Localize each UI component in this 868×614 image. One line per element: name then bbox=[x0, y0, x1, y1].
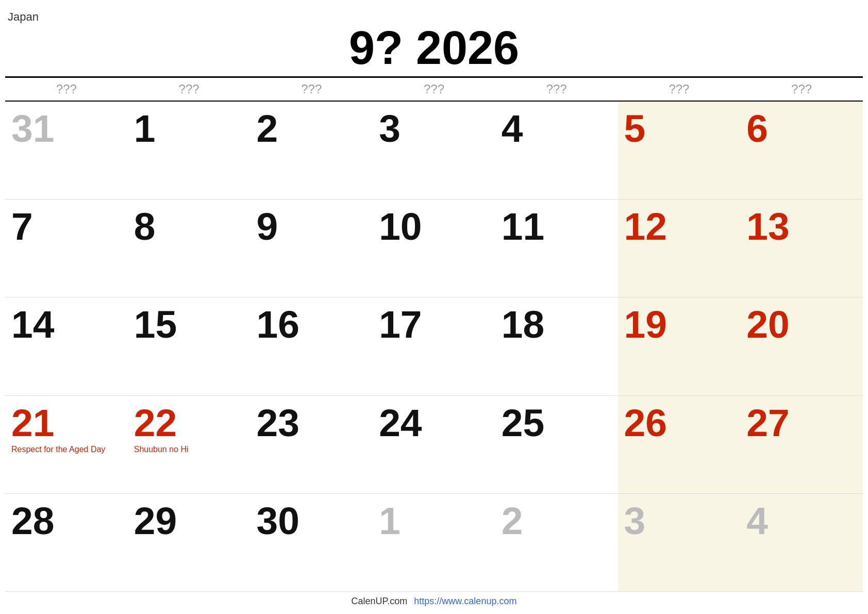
day-number: 5 bbox=[624, 109, 646, 148]
day-cell-2-1: 15 bbox=[128, 297, 251, 395]
footer: CalenUP.com https://www.calenup.com bbox=[5, 591, 863, 609]
footer-url[interactable]: https://www.calenup.com bbox=[414, 596, 516, 606]
day-cell-3-0: 21Respect for the Aged Day bbox=[5, 396, 128, 493]
calendar-grid: ????????????????????? 311234567891011121… bbox=[5, 76, 863, 591]
week-row-1: 78910111213 bbox=[5, 200, 863, 297]
day-cell-3-6: 27 bbox=[740, 396, 863, 493]
footer-brand: CalenUP.com bbox=[352, 596, 408, 606]
day-number: 10 bbox=[379, 207, 422, 246]
week-row-0: 31123456 bbox=[5, 102, 863, 200]
day-number: 14 bbox=[11, 305, 54, 344]
day-cell-4-4: 2 bbox=[495, 494, 618, 591]
day-number: 21 bbox=[11, 404, 54, 442]
day-header-0: ??? bbox=[5, 78, 128, 101]
day-number: 1 bbox=[379, 502, 400, 540]
day-cell-2-2: 16 bbox=[250, 297, 373, 395]
day-number: 18 bbox=[502, 305, 544, 344]
day-cell-3-5: 26 bbox=[618, 396, 741, 493]
day-number: 31 bbox=[11, 109, 54, 148]
day-cell-2-0: 14 bbox=[5, 297, 128, 395]
day-header-1: ??? bbox=[128, 78, 251, 101]
day-number: 12 bbox=[624, 207, 667, 246]
day-cell-2-3: 17 bbox=[373, 297, 495, 395]
day-cell-4-3: 1 bbox=[373, 494, 495, 591]
day-number: 22 bbox=[134, 404, 177, 442]
day-header-6: ??? bbox=[740, 78, 863, 101]
day-cell-0-0: 31 bbox=[5, 102, 128, 199]
day-number: 6 bbox=[746, 109, 768, 148]
day-number: 2 bbox=[502, 502, 523, 540]
week-row-2: 14151617181920 bbox=[5, 297, 863, 395]
day-number: 19 bbox=[624, 305, 667, 344]
day-cell-4-2: 30 bbox=[250, 494, 373, 591]
week-row-4: 2829301234 bbox=[5, 494, 863, 591]
day-cell-4-5: 3 bbox=[618, 494, 741, 591]
weeks-container: 31123456789101112131415161718192021Respe… bbox=[5, 102, 863, 591]
day-cell-2-6: 20 bbox=[740, 297, 863, 395]
day-cell-0-2: 2 bbox=[250, 102, 373, 199]
calendar-wrapper: Japan 9? 2026 ????????????????????? 3112… bbox=[0, 0, 868, 614]
day-cell-1-6: 13 bbox=[740, 200, 863, 297]
day-number: 13 bbox=[746, 207, 789, 246]
day-number: 2 bbox=[256, 109, 278, 148]
day-cell-2-4: 18 bbox=[495, 297, 618, 395]
day-cell-1-3: 10 bbox=[373, 200, 495, 297]
day-cell-0-6: 6 bbox=[740, 102, 863, 199]
day-number: 25 bbox=[502, 404, 544, 442]
day-number: 20 bbox=[746, 305, 789, 344]
day-cell-3-1: 22Shuubun no Hi bbox=[128, 396, 251, 493]
day-cell-1-1: 8 bbox=[128, 200, 251, 297]
day-headers: ????????????????????? bbox=[5, 78, 863, 102]
day-cell-3-4: 25 bbox=[495, 396, 618, 493]
day-number: 26 bbox=[624, 404, 667, 442]
day-cell-1-2: 9 bbox=[250, 200, 373, 297]
day-header-5: ??? bbox=[618, 78, 741, 101]
day-cell-0-5: 5 bbox=[618, 102, 741, 199]
day-cell-1-0: 7 bbox=[5, 200, 128, 297]
day-header-3: ??? bbox=[373, 78, 495, 101]
day-number: 4 bbox=[746, 502, 768, 540]
day-number: 11 bbox=[502, 207, 544, 246]
day-number: 9 bbox=[256, 207, 278, 246]
day-cell-4-1: 29 bbox=[128, 494, 251, 591]
day-cell-0-1: 1 bbox=[128, 102, 251, 199]
day-number: 3 bbox=[379, 109, 400, 148]
day-number: 15 bbox=[134, 305, 177, 344]
day-number: 4 bbox=[502, 109, 523, 148]
day-cell-4-0: 28 bbox=[5, 494, 128, 591]
day-number: 28 bbox=[11, 502, 54, 540]
day-cell-0-4: 4 bbox=[495, 102, 618, 199]
day-number: 30 bbox=[256, 502, 299, 540]
holiday-label: Shuubun no Hi bbox=[134, 444, 189, 454]
day-number: 7 bbox=[11, 207, 33, 246]
day-number: 16 bbox=[256, 305, 299, 344]
day-cell-0-3: 3 bbox=[373, 102, 495, 199]
day-number: 8 bbox=[134, 207, 156, 246]
day-number: 27 bbox=[746, 404, 789, 442]
month-title: 9? 2026 bbox=[5, 25, 863, 71]
day-number: 23 bbox=[256, 404, 299, 442]
day-cell-4-6: 4 bbox=[740, 494, 863, 591]
day-header-4: ??? bbox=[495, 78, 618, 101]
day-cell-2-5: 19 bbox=[618, 297, 741, 395]
day-cell-3-3: 24 bbox=[373, 396, 495, 493]
day-cell-3-2: 23 bbox=[250, 396, 373, 493]
day-header-2: ??? bbox=[250, 78, 373, 101]
day-number: 24 bbox=[379, 404, 422, 442]
day-number: 29 bbox=[134, 502, 177, 540]
day-cell-1-4: 11 bbox=[495, 200, 618, 297]
holiday-label: Respect for the Aged Day bbox=[11, 444, 105, 454]
week-row-3: 21Respect for the Aged Day22Shuubun no H… bbox=[5, 396, 863, 494]
day-cell-1-5: 12 bbox=[618, 200, 741, 297]
day-number: 1 bbox=[134, 109, 156, 148]
day-number: 3 bbox=[624, 502, 646, 540]
day-number: 17 bbox=[379, 305, 422, 344]
